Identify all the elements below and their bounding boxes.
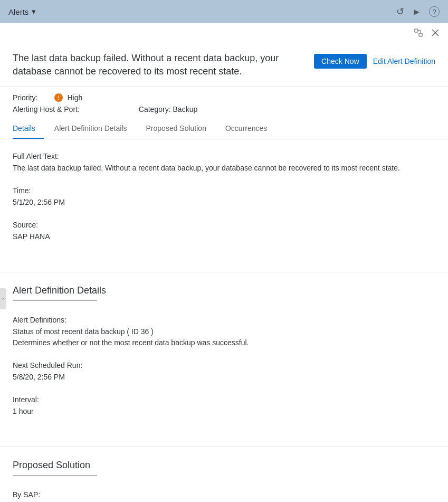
tabs-bar: Details Alert Definition Details Propose… (0, 120, 448, 139)
proposed-solution-divider (13, 475, 97, 476)
interval-group: Interval: 1 hour (13, 395, 435, 417)
next-scheduled-label: Next Scheduled Run: (13, 361, 435, 370)
details-content: Full Alert Text: The last data backup fa… (0, 139, 448, 272)
tab-proposed-solution[interactable]: Proposed Solution (138, 120, 215, 139)
alerting-host-label: Alerting Host & Port: (13, 105, 80, 113)
close-window-button[interactable] (429, 26, 442, 39)
alert-definitions-label: Alert Definitions: (13, 316, 435, 324)
check-now-button[interactable]: Check Now (314, 54, 367, 69)
alert-definitions-line1: Status of most recent data backup ( ID 3… (13, 326, 435, 337)
alerts-title-label: Alerts (8, 7, 28, 16)
alert-definitions-group: Alert Definitions: Status of most recent… (13, 316, 435, 348)
play-icon[interactable]: ▶ (414, 7, 420, 16)
category-group: Category: Backup (97, 105, 197, 113)
time-value: 5/1/20, 2:56 PM (13, 197, 435, 208)
full-alert-text-group: Full Alert Text: The last data backup fa… (13, 152, 435, 174)
svg-rect-1 (419, 33, 422, 36)
alert-definition-section-title: Alert Definition Details (13, 285, 435, 296)
expand-window-button[interactable] (412, 26, 425, 39)
proposed-solution-section-title: Proposed Solution (13, 460, 435, 471)
top-bar-title: Alerts ▾ (8, 7, 36, 16)
edit-alert-definition-button[interactable]: Edit Alert Definition (373, 57, 435, 65)
next-scheduled-group: Next Scheduled Run: 5/8/20, 2:56 PM (13, 361, 435, 383)
by-sap-group: By SAP: Investigate why the last data ba… (13, 490, 435, 502)
next-scheduled-value: 5/8/20, 2:56 PM (13, 372, 435, 383)
svg-rect-0 (415, 29, 418, 32)
source-label: Source: (13, 221, 435, 229)
priority-label: Priority: (13, 93, 37, 102)
interval-value: 1 hour (13, 406, 435, 417)
host-category-row: Alerting Host & Port: Category: Backup (13, 105, 435, 113)
full-alert-text-label: Full Alert Text: (13, 152, 435, 160)
source-value: SAP HANA (13, 231, 435, 242)
proposed-solution-section-header: Proposed Solution (0, 447, 448, 482)
alert-definition-divider (13, 300, 97, 301)
alert-title: The last data backup failed. Without a r… (13, 52, 298, 78)
alert-header: The last data backup failed. Without a r… (0, 41, 448, 87)
priority-warning-icon: ! (54, 93, 63, 102)
time-group: Time: 5/1/20, 2:56 PM (13, 186, 435, 208)
top-bar-icons: ↺ ▶ ? (396, 6, 440, 17)
sidebar-expand-handle[interactable]: › (0, 288, 6, 309)
help-icon[interactable]: ? (429, 6, 440, 17)
full-alert-text-value: The last data backup failed. Without a r… (13, 163, 435, 174)
category-label: Category: (139, 105, 171, 113)
time-label: Time: (13, 186, 435, 195)
window-controls-bar (0, 23, 448, 41)
chevron-down-icon[interactable]: ▾ (32, 7, 36, 16)
alert-definition-body: Alert Definitions: Status of most recent… (0, 307, 448, 447)
main-content: › The last data backup failed. Without a… (0, 23, 448, 502)
tab-details[interactable]: Details (13, 120, 44, 139)
tab-alert-definition-details[interactable]: Alert Definition Details (46, 120, 136, 139)
alert-definitions-line2: Determines whether or not the most recen… (13, 337, 435, 348)
tab-occurrences[interactable]: Occurrences (217, 120, 275, 139)
category-value: Backup (173, 105, 198, 113)
top-bar: Alerts ▾ ↺ ▶ ? (0, 0, 448, 23)
by-sap-label: By SAP: (13, 490, 435, 499)
priority-value-group: ! High (54, 93, 82, 102)
proposed-solution-body: By SAP: Investigate why the last data ba… (0, 482, 448, 502)
alert-meta: Priority: ! High Alerting Host & Port: C… (0, 87, 448, 113)
priority-value: High (67, 93, 82, 102)
alert-definition-section-header: Alert Definition Details (0, 272, 448, 307)
alert-actions: Check Now Edit Alert Definition (314, 54, 435, 69)
source-group: Source: SAP HANA (13, 221, 435, 242)
interval-label: Interval: (13, 395, 435, 404)
priority-row: Priority: ! High (13, 93, 435, 102)
refresh-icon[interactable]: ↺ (396, 6, 404, 17)
